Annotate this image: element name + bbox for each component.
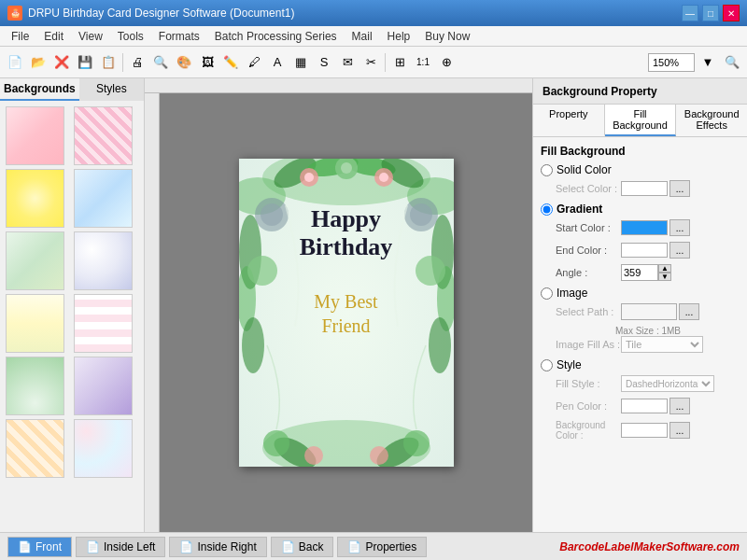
- fill-style-select[interactable]: DashedHorizontal Solid Cross: [621, 375, 714, 392]
- fill-style-label: Fill Style :: [556, 378, 621, 389]
- end-color-label: End Color :: [556, 245, 621, 256]
- zoom-input[interactable]: [648, 53, 695, 72]
- tab-inside-left[interactable]: 📄 Inside Left: [76, 537, 165, 557]
- properties-icon: 📄: [347, 540, 361, 553]
- bg-thumb-12[interactable]: [74, 419, 133, 478]
- birthday-card[interactable]: Happy Birthday My Best Friend: [239, 159, 454, 467]
- tab-property[interactable]: Property: [533, 105, 605, 136]
- end-color-dots-btn[interactable]: ...: [669, 242, 690, 259]
- menu-buy[interactable]: Buy Now: [417, 28, 477, 45]
- start-color-dots-btn[interactable]: ...: [669, 219, 690, 236]
- inside-right-icon: 📄: [179, 540, 193, 553]
- image-button[interactable]: 🖼: [196, 51, 218, 74]
- bg-thumb-4[interactable]: [74, 169, 133, 228]
- tab-front[interactable]: 📄 Front: [7, 537, 72, 557]
- close-button[interactable]: ✕: [723, 5, 740, 21]
- barcode-button[interactable]: ▦: [289, 51, 312, 74]
- menu-tools[interactable]: Tools: [110, 28, 151, 45]
- bg-thumb-6[interactable]: [74, 231, 133, 290]
- bg-thumb-11[interactable]: [6, 419, 64, 478]
- pen-color-btn[interactable]: ...: [669, 398, 690, 414]
- style-radio[interactable]: [541, 359, 553, 371]
- title-bar: 🎂 DRPU Birthday Card Designer Software (…: [0, 0, 747, 26]
- card-happy-text: Happy: [239, 205, 454, 233]
- bg-thumb-5[interactable]: [6, 231, 64, 290]
- tab-backgrounds[interactable]: Backgrounds: [0, 78, 79, 101]
- image-fill-select[interactable]: Tile Stretch Center Fit: [621, 336, 703, 353]
- select-path-btn[interactable]: ...: [679, 303, 699, 320]
- tab-fill-background[interactable]: Fill Background: [605, 105, 677, 136]
- menu-help[interactable]: Help: [380, 28, 418, 45]
- bg-thumb-1[interactable]: [6, 106, 64, 165]
- tab-inside-right[interactable]: 📄 Inside Right: [169, 537, 266, 557]
- ratio-button[interactable]: 1:1: [412, 51, 434, 74]
- inside-left-label: Inside Left: [104, 540, 155, 553]
- tab-properties[interactable]: 📄 Properties: [337, 537, 427, 557]
- bg-thumb-10[interactable]: [74, 357, 133, 415]
- app-icon: 🎂: [7, 6, 22, 21]
- bg-color-row: Background Color : ...: [541, 420, 740, 441]
- angle-up-btn[interactable]: ▲: [658, 264, 671, 273]
- svg-point-9: [341, 162, 352, 174]
- canvas-area: Happy Birthday My Best Friend: [145, 78, 532, 532]
- solid-color-radio[interactable]: [541, 164, 553, 176]
- bg-thumb-8[interactable]: [74, 294, 133, 353]
- gradient-radio[interactable]: [541, 203, 553, 216]
- tab-back[interactable]: 📄 Back: [271, 537, 334, 557]
- svg-point-13: [379, 173, 388, 182]
- angle-spinner: ▲ ▼: [658, 264, 671, 281]
- maximize-button[interactable]: □: [702, 5, 719, 21]
- menu-mail[interactable]: Mail: [345, 28, 380, 45]
- bg-color-button[interactable]: 🎨: [173, 51, 195, 74]
- close-file-button[interactable]: ❌: [50, 51, 73, 74]
- bg-thumb-7[interactable]: [6, 294, 64, 353]
- tab-bg-effects[interactable]: Background Effects: [676, 105, 747, 136]
- print-button[interactable]: 🖨: [126, 51, 148, 74]
- zoom-out-button[interactable]: 🔍: [721, 51, 743, 74]
- angle-down-btn[interactable]: ▼: [658, 273, 671, 281]
- save-as-button[interactable]: 📋: [97, 51, 120, 74]
- menu-file[interactable]: File: [4, 28, 36, 45]
- bg-color-btn[interactable]: ...: [669, 422, 690, 439]
- menu-edit[interactable]: Edit: [36, 28, 71, 45]
- style-row: Style: [541, 358, 740, 371]
- scissor-button[interactable]: ✂: [359, 51, 382, 74]
- serial-button[interactable]: S: [313, 51, 335, 74]
- image-fill-row: Image Fill As : Tile Stretch Center Fit: [541, 336, 740, 353]
- zoom-in-button[interactable]: ⊕: [435, 51, 458, 74]
- style-label: Style: [557, 358, 582, 371]
- email-button[interactable]: ✉: [336, 51, 359, 74]
- menu-formats[interactable]: Formats: [151, 28, 207, 45]
- watermark-text: BarcodeLabelMakerSoftware.com: [559, 540, 740, 553]
- end-color-row: End Color : ...: [541, 242, 740, 259]
- pen-button[interactable]: ✏️: [219, 51, 242, 74]
- solid-color-dots-btn[interactable]: ...: [669, 180, 690, 197]
- tab-styles[interactable]: Styles: [79, 78, 144, 101]
- menu-batch[interactable]: Batch Processing Series: [207, 28, 345, 45]
- bg-thumb-9[interactable]: [6, 357, 64, 415]
- select-path-input[interactable]: [621, 303, 677, 320]
- angle-input[interactable]: [621, 264, 658, 281]
- fill-style-row: Fill Style : DashedHorizontal Solid Cros…: [541, 375, 740, 392]
- text-button[interactable]: A: [266, 51, 289, 74]
- right-content: Fill Background Solid Color Select Color…: [533, 137, 747, 532]
- solid-color-swatch: [621, 181, 668, 196]
- bg-thumb-3[interactable]: [6, 169, 64, 228]
- image-radio[interactable]: [541, 287, 553, 300]
- save-button[interactable]: 💾: [74, 51, 96, 74]
- zoom-dropdown-button[interactable]: ▼: [697, 51, 719, 74]
- open-button[interactable]: 📂: [27, 51, 49, 74]
- draw-button[interactable]: 🖊: [243, 51, 265, 74]
- max-size-note: Max Size : 1MB: [541, 326, 740, 336]
- minimize-button[interactable]: —: [682, 5, 698, 21]
- bg-thumb-2[interactable]: [74, 106, 133, 165]
- angle-label: Angle :: [556, 267, 621, 278]
- start-color-swatch: [621, 220, 668, 235]
- gradient-label: Gradient: [557, 203, 602, 216]
- print-preview-button[interactable]: 🔍: [149, 51, 172, 74]
- properties-label: Properties: [365, 540, 416, 553]
- menu-view[interactable]: View: [71, 28, 110, 45]
- grid-button[interactable]: ⊞: [388, 51, 411, 74]
- new-button[interactable]: 📄: [4, 51, 26, 74]
- panel-title: Background Property: [533, 78, 747, 105]
